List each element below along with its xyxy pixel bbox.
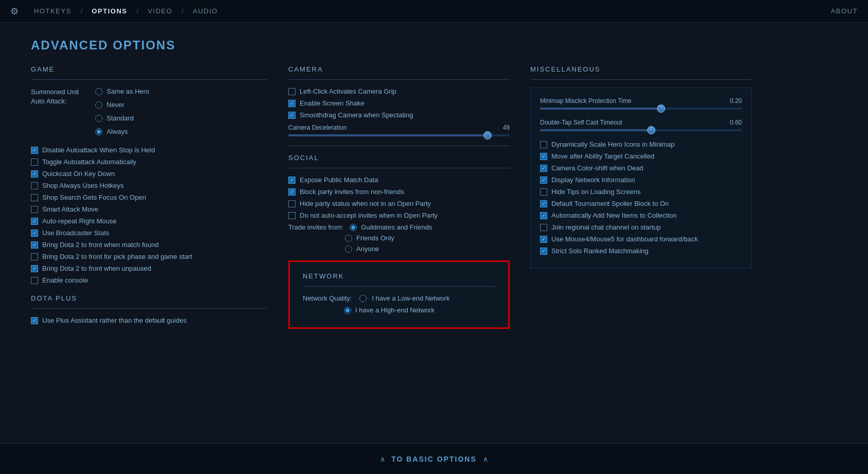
social-section-header: SOCIAL (288, 154, 510, 162)
minimap-thumb[interactable] (657, 104, 665, 113)
nav-hotkeys[interactable]: HOTKEYS (29, 7, 77, 15)
cb-regional-chat[interactable] (540, 224, 547, 231)
cb-plus-assistant[interactable] (31, 317, 38, 324)
radio-label-low-end: I have a Low-end Network (372, 294, 449, 302)
cb-label-console: Enable console (42, 276, 88, 284)
cb-broadcaster[interactable] (31, 230, 38, 237)
cb-move-after-ability[interactable] (540, 153, 547, 160)
cb-row-tournament-spoiler[interactable]: Default Tournament Spoiler Block to On (540, 200, 742, 207)
auto-attack-same-as-hero[interactable]: Same as Hero (95, 87, 149, 95)
cb-row-display-network[interactable]: Display Network Information (540, 176, 742, 184)
cb-row-move-after-ability[interactable]: Move after Ability Target Cancelled (540, 152, 742, 160)
radio-high-end[interactable] (344, 307, 351, 314)
cb-row-block-party[interactable]: Block party invites from non-friends (288, 188, 510, 196)
double-tap-thumb[interactable] (647, 126, 655, 134)
cb-display-network[interactable] (540, 177, 547, 184)
radio-label-never: Never (107, 101, 125, 109)
cb-toggle-autoattack[interactable] (31, 159, 38, 166)
cb-row-auto-add-items[interactable]: Automatically Add New Items to Collectio… (540, 212, 742, 219)
radio-always[interactable] (95, 128, 102, 135)
cb-dynamically-scale[interactable] (540, 141, 547, 148)
cb-shop-search[interactable] (31, 194, 38, 201)
minimap-label: Minimap Misclick Protection Time (540, 97, 631, 104)
cb-row-strict-ranked[interactable]: Strict Solo Ranked Matchmaking (540, 247, 742, 255)
camera-decel-thumb[interactable] (483, 131, 492, 139)
cb-row-no-auto-accept[interactable]: Do not auto-accept invites when in Open … (288, 212, 510, 219)
cb-strict-ranked[interactable] (540, 248, 547, 255)
nav-options[interactable]: OPTIONS (86, 7, 132, 15)
cb-label-smart-attack: Smart Attack Move (42, 205, 98, 213)
radio-label-anyone: Anyone (356, 245, 379, 253)
cb-row-mouse45[interactable]: Use Mouse4/Mouse5 for dashboard forward/… (540, 235, 742, 243)
bottom-bar[interactable]: ∧ TO BASIC OPTIONS ∧ (0, 443, 868, 474)
radio-anyone[interactable] (345, 245, 352, 253)
nav-audio[interactable]: AUDIO (187, 7, 223, 15)
auto-attack-always[interactable]: Always (95, 128, 149, 135)
cb-row-console[interactable]: Enable console (31, 276, 268, 284)
minimap-track[interactable] (540, 108, 742, 110)
cb-smoothdrag[interactable] (288, 112, 296, 119)
cb-row-screen-shake[interactable]: Enable Screen Shake (288, 99, 510, 107)
cb-row-hide-party[interactable]: Hide party status when not in an Open Pa… (288, 200, 510, 207)
radio-guildmates[interactable] (350, 224, 357, 231)
cb-row-hide-tips[interactable]: Hide Tips on Loading Screens (540, 188, 742, 196)
cb-bring-match[interactable] (31, 241, 38, 249)
cb-row-left-click-camera[interactable]: Left-Click Activates Camera Grip (288, 87, 510, 95)
cb-mouse45[interactable] (540, 236, 547, 243)
nav-about[interactable]: ABOUT (831, 7, 858, 15)
cb-row-shop-search[interactable]: Shop Search Gets Focus On Open (31, 194, 268, 201)
cb-row-bring-unpaused[interactable]: Bring Dota 2 to front when unpaused (31, 265, 268, 272)
cb-row-disable-autoattack[interactable]: Disable Autoattack When Stop is Held (31, 146, 268, 154)
radio-standard[interactable] (95, 115, 102, 122)
auto-attack-standard[interactable]: Standard (95, 114, 149, 122)
cb-smart-attack[interactable] (31, 206, 38, 213)
radio-row-anyone[interactable]: Anyone (288, 245, 510, 253)
cb-hide-tips[interactable] (540, 188, 547, 196)
cb-row-regional-chat[interactable]: Join regional chat channel on startup (540, 223, 742, 231)
bottom-text[interactable]: TO BASIC OPTIONS (391, 455, 477, 463)
cb-shop-hotkeys[interactable] (31, 182, 38, 189)
cb-tournament-spoiler[interactable] (540, 200, 547, 207)
cb-row-bring-pick[interactable]: Bring Dota 2 to front for pick phase and… (31, 253, 268, 260)
cb-row-broadcaster[interactable]: Use Broadcaster Stats (31, 229, 268, 237)
cb-row-plus-assistant[interactable]: Use Plus Assistant rather than the defau… (31, 317, 268, 324)
cb-bring-pick[interactable] (31, 253, 38, 260)
nav-sep-2: / (136, 7, 138, 15)
cb-row-bring-match[interactable]: Bring Dota 2 to front when match found (31, 241, 268, 249)
cb-quickcast[interactable] (31, 170, 38, 178)
cb-row-expose-match[interactable]: Expose Public Match Data (288, 176, 510, 184)
cb-left-click-camera[interactable] (288, 88, 296, 95)
cb-row-toggle-autoattack[interactable]: Toggle Autoattack Automatically (31, 158, 268, 166)
cb-auto-add-items[interactable] (540, 212, 547, 219)
cb-no-auto-accept[interactable] (288, 212, 296, 219)
cb-autorepeat[interactable] (31, 218, 38, 225)
cb-console[interactable] (31, 277, 38, 284)
cb-block-party[interactable] (288, 188, 296, 196)
auto-attack-never[interactable]: Never (95, 101, 149, 109)
cb-row-smoothdrag[interactable]: Smoothdrag Camera when Spectating (288, 111, 510, 119)
cb-row-quickcast[interactable]: Quickcast On Key Down (31, 170, 268, 178)
chevron-right-icon: ∧ (483, 455, 488, 463)
cb-expose-match[interactable] (288, 177, 296, 184)
cb-row-smart-attack[interactable]: Smart Attack Move (31, 205, 268, 213)
radio-row-friends-only[interactable]: Friends Only (288, 234, 510, 242)
radio-low-end[interactable] (359, 295, 367, 302)
cb-row-dynamically-scale[interactable]: Dynamically Scale Hero Icons in Minimap (540, 141, 742, 148)
nav-video[interactable]: VIDEO (143, 7, 178, 15)
cb-camera-colorshift[interactable] (540, 165, 547, 172)
minimap-protection-slider: Minimap Misclick Protection Time 0.20 (540, 97, 742, 110)
camera-decel-track[interactable] (288, 134, 510, 136)
cb-screen-shake[interactable] (288, 100, 296, 107)
cb-disable-autoattack[interactable] (31, 147, 38, 154)
radio-friends-only[interactable] (345, 235, 352, 242)
cb-row-camera-colorshift[interactable]: Camera Color-shift when Dead (540, 164, 742, 172)
network-section-header: NETWORK (303, 272, 495, 280)
radio-never[interactable] (95, 101, 102, 109)
cb-bring-unpaused[interactable] (31, 265, 38, 272)
cb-hide-party[interactable] (288, 200, 296, 207)
radio-same-as-hero[interactable] (95, 88, 102, 95)
radio-row-high-end[interactable]: I have a High-end Network (303, 306, 495, 314)
cb-row-autorepeat[interactable]: Auto-repeat Right Mouse (31, 217, 268, 225)
cb-row-shop-hotkeys[interactable]: Shop Always Uses Hotkeys (31, 182, 268, 189)
double-tap-track[interactable] (540, 129, 742, 131)
